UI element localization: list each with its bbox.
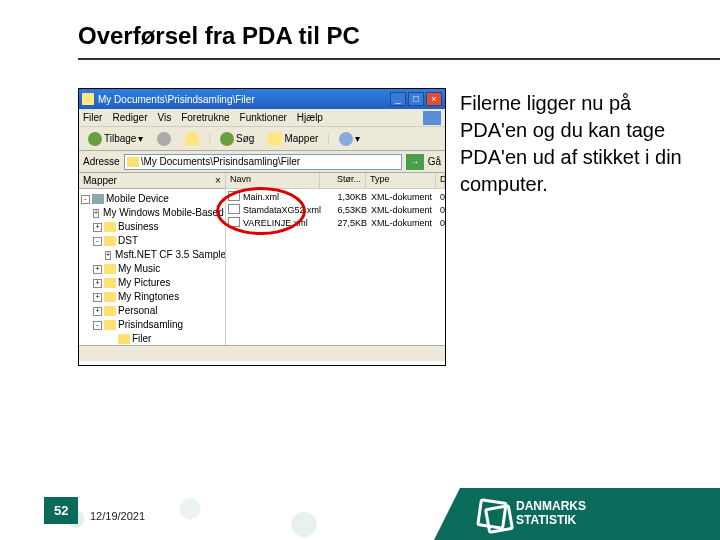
expand-icon[interactable]: + bbox=[93, 293, 102, 302]
menu-hjaelp[interactable]: Hjælp bbox=[297, 112, 323, 123]
toolbar: Tilbage ▾ | Søg Mapper | ▾ bbox=[79, 127, 445, 151]
org-logo: DANMARKSSTATISTIK bbox=[460, 488, 720, 540]
forward-button[interactable] bbox=[152, 130, 176, 148]
highlight-circle bbox=[216, 187, 306, 235]
title-underline bbox=[78, 58, 720, 60]
folder-tree[interactable]: -Mobile Device+My Windows Mobile-Based D… bbox=[79, 189, 225, 345]
file-d: 0 bbox=[437, 217, 445, 230]
window-titlebar: My Documents\Prisindsamling\Filer _ □ × bbox=[79, 89, 445, 109]
folder-icon bbox=[104, 278, 116, 288]
tree-label: DST bbox=[118, 234, 138, 248]
back-icon bbox=[88, 132, 102, 146]
folder-icon bbox=[127, 157, 139, 167]
up-icon bbox=[185, 132, 199, 146]
up-button[interactable] bbox=[180, 130, 204, 148]
slide-title: Overførsel fra PDA til PC bbox=[78, 22, 360, 50]
expand-icon[interactable]: + bbox=[93, 223, 102, 232]
address-value: \My Documents\Prisindsamling\Filer bbox=[141, 156, 301, 167]
tree-label: My Windows Mobile-Based Device bbox=[103, 206, 226, 220]
expand-icon[interactable]: + bbox=[93, 209, 99, 218]
logo-icon bbox=[478, 500, 506, 528]
tree-item[interactable]: +Business bbox=[81, 220, 223, 234]
slide-footer: 52 12/19/2021 DANMARKSSTATISTIK bbox=[0, 480, 720, 540]
tree-item[interactable]: -Mobile Device bbox=[81, 192, 223, 206]
explorer-window: My Documents\Prisindsamling\Filer _ □ × … bbox=[78, 88, 446, 366]
menu-foretrukne[interactable]: Foretrukne bbox=[181, 112, 229, 123]
file-type: XML-dokument bbox=[367, 204, 437, 217]
file-d: 0 bbox=[437, 204, 445, 217]
col-name[interactable]: Navn bbox=[226, 173, 320, 188]
menu-vis[interactable]: Vis bbox=[157, 112, 171, 123]
tree-label: Filer bbox=[132, 332, 151, 345]
tree-label: Prisindsamling bbox=[118, 318, 183, 332]
forward-icon bbox=[157, 132, 171, 146]
status-bar bbox=[79, 345, 445, 361]
file-size: 27,5KB bbox=[321, 217, 367, 230]
tree-item[interactable]: +Personal bbox=[81, 304, 223, 318]
tree-item[interactable]: Filer bbox=[81, 332, 223, 345]
tree-item[interactable]: +My Ringtones bbox=[81, 290, 223, 304]
folder-icon bbox=[104, 306, 116, 316]
expand-icon[interactable]: + bbox=[93, 307, 102, 316]
folder-icon bbox=[104, 264, 116, 274]
expand-icon[interactable]: - bbox=[81, 195, 90, 204]
window-title: My Documents\Prisindsamling\Filer bbox=[98, 94, 390, 105]
tree-item[interactable]: +My Windows Mobile-Based Device bbox=[81, 206, 223, 220]
close-pane-icon[interactable]: × bbox=[215, 175, 221, 186]
go-label: Gå bbox=[428, 156, 441, 167]
tree-item[interactable]: -Prisindsamling bbox=[81, 318, 223, 332]
folder-icon bbox=[104, 320, 116, 330]
logo-text: DANMARKSSTATISTIK bbox=[516, 500, 586, 528]
address-label: Adresse bbox=[83, 156, 120, 167]
folder-icon bbox=[104, 292, 116, 302]
search-icon bbox=[220, 132, 234, 146]
folders-icon bbox=[268, 132, 282, 146]
expand-icon[interactable]: + bbox=[105, 251, 111, 260]
search-label: Søg bbox=[236, 133, 254, 144]
tree-item[interactable]: +My Pictures bbox=[81, 276, 223, 290]
tree-label: My Pictures bbox=[118, 276, 170, 290]
menu-funktioner[interactable]: Funktioner bbox=[240, 112, 287, 123]
menu-filer[interactable]: Filer bbox=[83, 112, 102, 123]
expand-icon[interactable]: + bbox=[93, 265, 102, 274]
expand-icon[interactable]: - bbox=[93, 237, 102, 246]
tree-label: Mobile Device bbox=[106, 192, 169, 206]
go-button[interactable]: → bbox=[406, 154, 424, 170]
folders-label: Mapper bbox=[284, 133, 318, 144]
menu-bar: Filer Rediger Vis Foretrukne Funktioner … bbox=[79, 109, 445, 127]
maximize-button[interactable]: □ bbox=[408, 92, 424, 106]
back-label: Tilbage bbox=[104, 133, 136, 144]
file-list-pane: Navn Stør... Type D Main.xml1,30KBXML-do… bbox=[226, 173, 445, 345]
minimize-button[interactable]: _ bbox=[390, 92, 406, 106]
tree-label: Business bbox=[118, 220, 159, 234]
col-date[interactable]: D bbox=[436, 173, 445, 188]
tree-item[interactable]: +Msft.NET CF 3.5 Sample bbox=[81, 248, 223, 262]
expand-icon[interactable]: + bbox=[93, 279, 102, 288]
search-button[interactable]: Søg bbox=[215, 130, 259, 148]
folder-icon bbox=[82, 93, 94, 105]
back-button[interactable]: Tilbage ▾ bbox=[83, 130, 148, 148]
tree-label: My Ringtones bbox=[118, 290, 179, 304]
folder-icon bbox=[104, 222, 116, 232]
tree-item[interactable]: -DST bbox=[81, 234, 223, 248]
file-size: 1,30KB bbox=[321, 191, 367, 204]
folder-icon bbox=[104, 236, 116, 246]
expand-icon[interactable]: - bbox=[93, 321, 102, 330]
views-button[interactable]: ▾ bbox=[334, 130, 365, 148]
views-icon bbox=[339, 132, 353, 146]
address-input[interactable]: \My Documents\Prisindsamling\Filer bbox=[124, 154, 402, 170]
page-number: 52 bbox=[44, 497, 78, 524]
menu-rediger[interactable]: Rediger bbox=[112, 112, 147, 123]
col-size[interactable]: Stør... bbox=[320, 173, 366, 188]
folder-icon bbox=[92, 194, 104, 204]
folders-button[interactable]: Mapper bbox=[263, 130, 323, 148]
tree-item[interactable]: +My Music bbox=[81, 262, 223, 276]
tree-label: My Music bbox=[118, 262, 160, 276]
tree-header: Mapper× bbox=[79, 173, 225, 189]
col-type[interactable]: Type bbox=[366, 173, 436, 188]
close-button[interactable]: × bbox=[426, 92, 442, 106]
body-text: Filerne ligger nu på PDA'en og du kan ta… bbox=[460, 90, 690, 198]
tree-label: Personal bbox=[118, 304, 157, 318]
win-logo-icon bbox=[423, 111, 441, 125]
address-bar: Adresse \My Documents\Prisindsamling\Fil… bbox=[79, 151, 445, 173]
